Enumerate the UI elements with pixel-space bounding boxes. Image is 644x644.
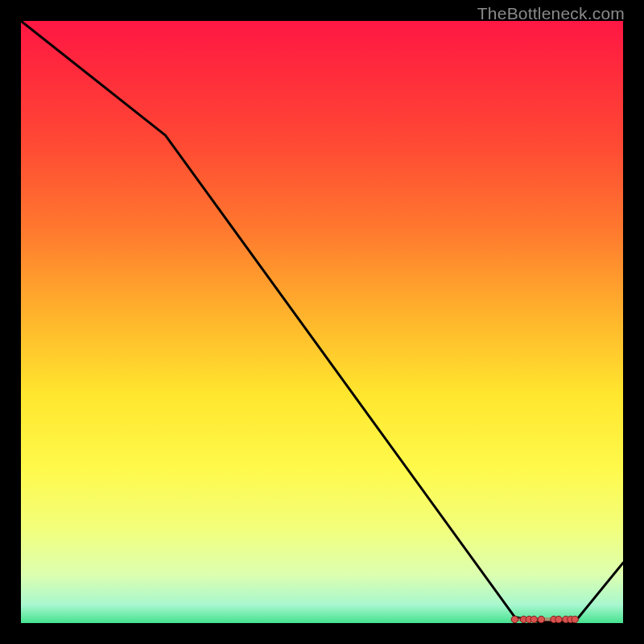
plot-area — [21, 21, 623, 623]
chart-background-gradient — [21, 21, 623, 623]
chart-marker — [572, 616, 578, 622]
chart-marker — [555, 616, 562, 622]
chart-marker — [511, 616, 518, 622]
chart-svg — [21, 21, 623, 623]
chart-marker — [538, 616, 544, 622]
chart-frame: TheBottleneck.com — [0, 0, 644, 644]
chart-marker — [530, 616, 537, 622]
